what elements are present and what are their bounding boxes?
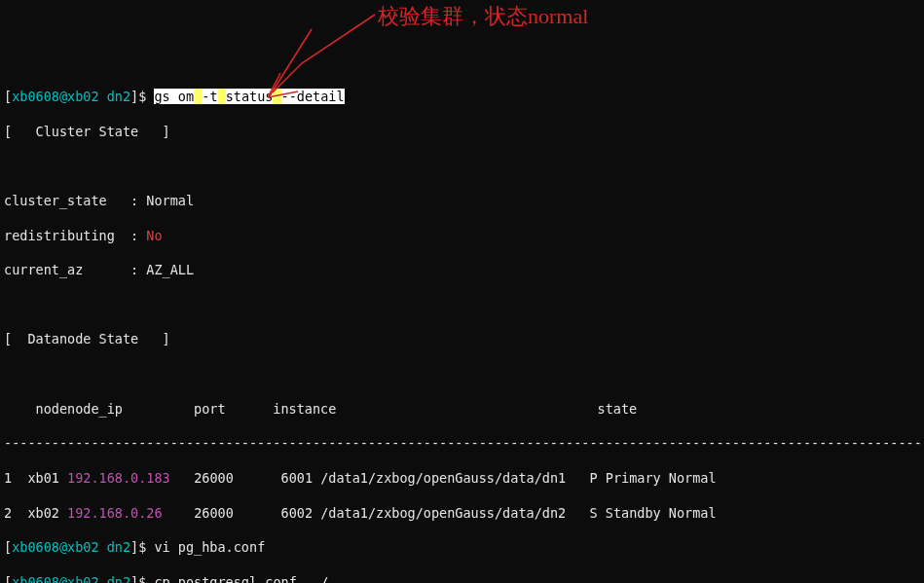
annotation-arrow [0, 0, 924, 583]
prompt-line: [xb0608@xb02 dn2]$ gs_om -t status --det… [0, 89, 924, 106]
table-header: nodenode_ip port instance state [0, 401, 924, 419]
kv-row: cluster_state : Normal [0, 193, 924, 210]
kv-row: redistributing : No [0, 228, 924, 245]
table-row: 2 xb02 192.168.0.26 26000 6002 /data1/zx… [0, 505, 924, 523]
table-row: 1 xb01 192.168.0.183 26000 6001 /data1/z… [0, 470, 924, 488]
prompt-line: [xb0608@xb02 dn2]$ cp postgresql.conf ..… [0, 574, 924, 583]
prompt-line: [xb0608@xb02 dn2]$ vi pg_hba.conf [0, 539, 924, 557]
annotation-text: 校验集群，状态normal [378, 2, 588, 30]
terminal-window[interactable]: 校验集群，状态normal [xb0608@xb02 dn2]$ gs_om -… [0, 0, 924, 583]
section-header: [ Datanode State ] [0, 331, 924, 348]
divider: ----------------------------------------… [0, 435, 924, 453]
section-header: [ Cluster State ] [0, 124, 924, 141]
kv-row: current_az : AZ_ALL [0, 262, 924, 279]
